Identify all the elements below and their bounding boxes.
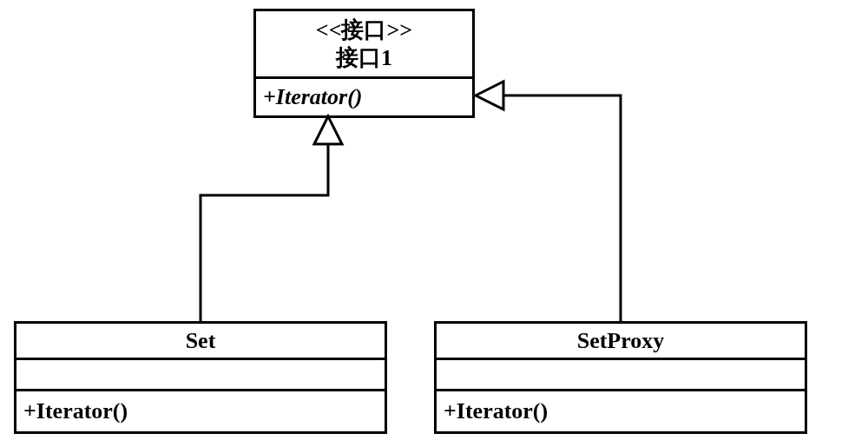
interface-stereotype: <<接口>> bbox=[316, 16, 412, 43]
svg-marker-0 bbox=[314, 116, 342, 144]
class-setproxy-name: SetProxy bbox=[437, 324, 805, 360]
class-set-method: +Iterator() bbox=[16, 391, 385, 431]
interface-method: +Iterator() bbox=[256, 79, 472, 115]
interface-name: 接口1 bbox=[336, 44, 392, 71]
interface-box: <<接口>> 接口1 +Iterator() bbox=[253, 9, 475, 118]
class-setproxy-box: SetProxy +Iterator() bbox=[434, 321, 807, 434]
canvas: { "interface": { "stereotype": "<<接口>>",… bbox=[0, 0, 868, 440]
class-setproxy-attributes bbox=[437, 360, 805, 391]
svg-marker-1 bbox=[476, 82, 503, 109]
class-set-attributes bbox=[16, 360, 385, 391]
interface-header: <<接口>> 接口1 bbox=[256, 11, 472, 79]
class-setproxy-method: +Iterator() bbox=[437, 391, 805, 431]
class-set-box: Set +Iterator() bbox=[14, 321, 387, 434]
class-set-name: Set bbox=[16, 324, 385, 360]
